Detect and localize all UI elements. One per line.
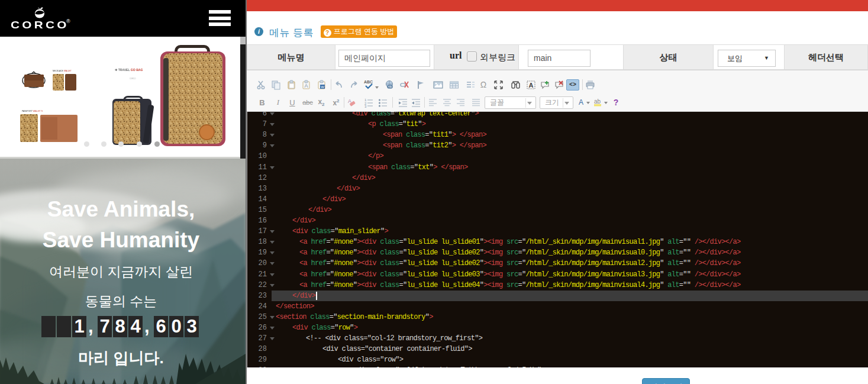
svg-text:A: A xyxy=(528,82,533,89)
svg-text:ab: ab xyxy=(594,98,601,105)
svg-text:3: 3 xyxy=(364,105,367,108)
svg-text:A: A xyxy=(579,98,583,107)
svg-text:A: A xyxy=(304,83,308,89)
svg-text:ABC: ABC xyxy=(364,80,373,84)
